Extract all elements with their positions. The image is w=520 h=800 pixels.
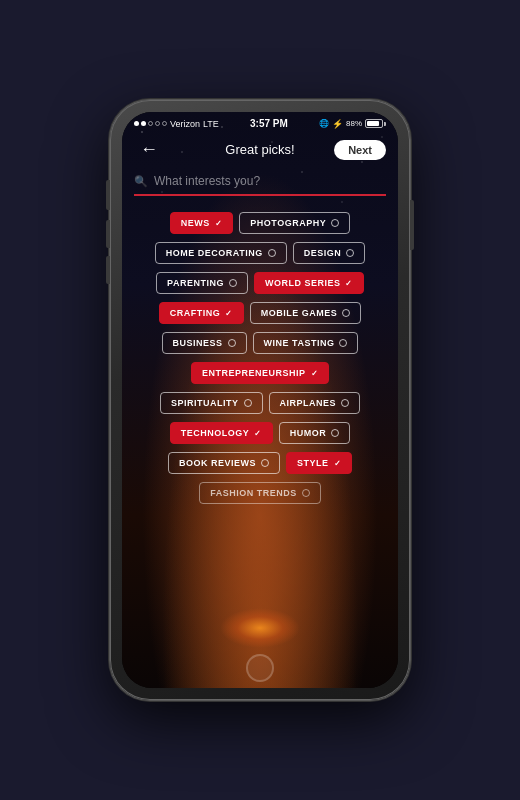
signal-dot-3 [148, 121, 153, 126]
next-button[interactable]: Next [334, 140, 386, 160]
status-time: 3:57 PM [250, 118, 288, 129]
tag-technology-check: ✓ [254, 429, 262, 438]
battery-body [365, 119, 383, 128]
tag-technology-label: TECHNOLOGY [181, 428, 250, 438]
tag-entrepreneurship-label: ENTREPRENEURSHIP [202, 368, 306, 378]
signal-dot-1 [134, 121, 139, 126]
search-icon: 🔍 [134, 175, 148, 188]
tag-style[interactable]: STYLE ✓ [286, 452, 352, 474]
tag-world-series[interactable]: WORLD SERIES ✓ [254, 272, 364, 294]
tags-row-9: BOOK REVIEWS STYLE ✓ [168, 452, 352, 474]
nav-bar: ← Great picks! Next [122, 131, 398, 168]
tag-humor-label: HUMOR [290, 428, 327, 438]
tag-news-label: NEWS [181, 218, 210, 228]
tag-parenting[interactable]: PARENTING [156, 272, 248, 294]
tag-fashion-trends[interactable]: FASHION TRENDS [199, 482, 321, 504]
tag-home-decorating-circle [268, 249, 276, 257]
tag-airplanes[interactable]: AIRPLANES [269, 392, 361, 414]
tag-humor[interactable]: HUMOR [279, 422, 351, 444]
battery-indicator [365, 119, 386, 128]
tags-row-7: SPIRITUALITY AIRPLANES [160, 392, 360, 414]
home-button[interactable] [246, 654, 274, 682]
tags-row-10: FASHION TRENDS [199, 482, 321, 504]
tag-business-label: BUSINESS [173, 338, 223, 348]
tag-business-circle [228, 339, 236, 347]
home-button-area [122, 650, 398, 688]
tag-crafting-check: ✓ [225, 309, 233, 318]
tags-row-6: ENTREPRENEURSHIP ✓ [191, 362, 329, 384]
phone-frame: Verizon LTE 3:57 PM 🌐 ⚡ 88% [110, 100, 410, 700]
signal-dot-5 [162, 121, 167, 126]
tag-book-reviews-circle [261, 459, 269, 467]
signal-indicator [134, 121, 167, 126]
tag-airplanes-label: AIRPLANES [280, 398, 337, 408]
tag-crafting-label: CRAFTING [170, 308, 221, 318]
nav-title: Great picks! [225, 142, 294, 157]
tag-photography-circle [331, 219, 339, 227]
search-bar[interactable]: 🔍 What interests you? [134, 174, 386, 196]
carrier-label: Verizon [170, 119, 200, 129]
volume-down-button [106, 256, 110, 284]
tag-business[interactable]: BUSINESS [162, 332, 247, 354]
tag-design-circle [346, 249, 354, 257]
tag-spirituality-circle [244, 399, 252, 407]
phone-screen: Verizon LTE 3:57 PM 🌐 ⚡ 88% [122, 112, 398, 688]
tag-photography-label: PHOTOGRAPHY [250, 218, 326, 228]
tag-spirituality-label: SPIRITUALITY [171, 398, 239, 408]
tags-container: NEWS ✓ PHOTOGRAPHY HOME DECORATING [122, 202, 398, 650]
signal-dot-4 [155, 121, 160, 126]
tag-world-series-check: ✓ [345, 279, 353, 288]
tag-parenting-circle [229, 279, 237, 287]
tag-mobile-games-circle [342, 309, 350, 317]
screen-content: Verizon LTE 3:57 PM 🌐 ⚡ 88% [122, 112, 398, 688]
tag-fashion-trends-label: FASHION TRENDS [210, 488, 297, 498]
battery-percent: 88% [346, 119, 362, 128]
tag-airplanes-circle [341, 399, 349, 407]
tag-crafting[interactable]: CRAFTING ✓ [159, 302, 244, 324]
tag-book-reviews[interactable]: BOOK REVIEWS [168, 452, 280, 474]
tag-style-label: STYLE [297, 458, 329, 468]
tag-home-decorating[interactable]: HOME DECORATING [155, 242, 287, 264]
tag-entrepreneurship[interactable]: ENTREPRENEURSHIP ✓ [191, 362, 329, 384]
status-right: 🌐 ⚡ 88% [319, 119, 386, 129]
tag-design[interactable]: DESIGN [293, 242, 366, 264]
tag-home-decorating-label: HOME DECORATING [166, 248, 263, 258]
tag-mobile-games[interactable]: MOBILE GAMES [250, 302, 362, 324]
tag-spirituality[interactable]: SPIRITUALITY [160, 392, 263, 414]
battery-tip [384, 122, 386, 126]
tag-wine-tasting[interactable]: WINE TASTING [253, 332, 359, 354]
signal-dot-2 [141, 121, 146, 126]
tag-parenting-label: PARENTING [167, 278, 224, 288]
network-type-label: LTE [203, 119, 219, 129]
tags-row-8: TECHNOLOGY ✓ HUMOR [170, 422, 351, 444]
search-placeholder: What interests you? [154, 174, 260, 188]
globe-icon: 🌐 [319, 119, 329, 128]
tag-style-check: ✓ [334, 459, 342, 468]
bluetooth-icon: ⚡ [332, 119, 343, 129]
tag-design-label: DESIGN [304, 248, 342, 258]
tag-fashion-trends-circle [302, 489, 310, 497]
tag-mobile-games-label: MOBILE GAMES [261, 308, 338, 318]
battery-fill [367, 121, 379, 126]
tags-row-3: PARENTING WORLD SERIES ✓ [156, 272, 364, 294]
tag-book-reviews-label: BOOK REVIEWS [179, 458, 256, 468]
tags-row-2: HOME DECORATING DESIGN [155, 242, 365, 264]
volume-up-button [106, 220, 110, 248]
back-button[interactable]: ← [134, 137, 164, 162]
status-bar: Verizon LTE 3:57 PM 🌐 ⚡ 88% [122, 112, 398, 131]
tags-row-5: BUSINESS WINE TASTING [162, 332, 359, 354]
tag-wine-tasting-label: WINE TASTING [264, 338, 335, 348]
tag-news-check: ✓ [215, 219, 223, 228]
tag-world-series-label: WORLD SERIES [265, 278, 341, 288]
tag-entrepreneurship-check: ✓ [311, 369, 319, 378]
tag-news[interactable]: NEWS ✓ [170, 212, 234, 234]
status-left: Verizon LTE [134, 119, 219, 129]
tags-row-1: NEWS ✓ PHOTOGRAPHY [170, 212, 350, 234]
tag-wine-tasting-circle [339, 339, 347, 347]
tags-row-4: CRAFTING ✓ MOBILE GAMES [159, 302, 362, 324]
tag-photography[interactable]: PHOTOGRAPHY [239, 212, 350, 234]
tag-technology[interactable]: TECHNOLOGY ✓ [170, 422, 273, 444]
tag-humor-circle [331, 429, 339, 437]
